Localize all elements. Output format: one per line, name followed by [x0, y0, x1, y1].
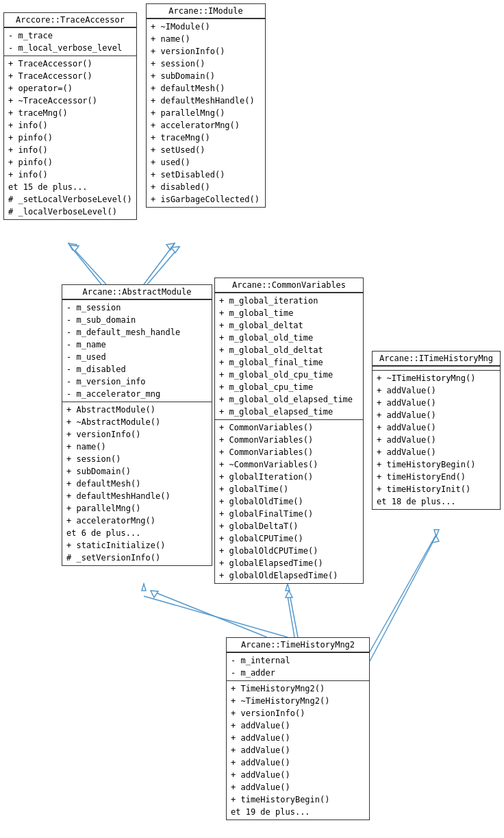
im-item-14: + disabled() — [151, 181, 261, 193]
cv-item-23: + globalOldElapsedTime() — [219, 569, 359, 582]
im-item-4: + session() — [151, 58, 261, 70]
cv-item-20: + globalCPUTime() — [219, 532, 359, 545]
time-history-mng2-title: Arcane::TimeHistoryMng2 — [227, 638, 369, 652]
am-item-5: - m_used — [66, 351, 207, 363]
am-item-7: - m_version_info — [66, 375, 207, 388]
svg-marker-16 — [151, 591, 158, 597]
ta-item-3: + TraceAccessor() — [8, 58, 132, 70]
cv-item-2: + m_global_time — [219, 307, 359, 319]
svg-line-17 — [289, 591, 298, 637]
cv-item-9: + m_global_old_elapsed_time — [219, 393, 359, 406]
ithm-item-4: + addValue() — [377, 409, 496, 421]
am-item-20: + staticInitialize() — [66, 539, 207, 552]
ta-item-10: + info() — [8, 144, 132, 156]
ithm-public: + ~ITimeHistoryMng() + addValue() + addV… — [373, 370, 500, 509]
cv-item-12: + CommonVariables() — [219, 434, 359, 446]
svg-marker-10 — [434, 530, 439, 537]
cv-item-14: + ~CommonVariables() — [219, 458, 359, 471]
imodule-public: + ~IModule() + name() + versionInfo() + … — [147, 19, 265, 207]
ithm-item-1: + ~ITimeHistoryMng() — [377, 372, 496, 384]
ta-item-5: + operator=() — [8, 82, 132, 95]
thm2-item-9: + addValue() — [231, 756, 365, 769]
im-item-12: + used() — [151, 156, 261, 169]
thm2-item-8: + addValue() — [231, 744, 365, 756]
imodule-box: Arcane::IModule + ~IModule() + name() + … — [146, 3, 266, 208]
im-item-7: + defaultMeshHandle() — [151, 95, 261, 107]
ta-item-8: + info() — [8, 119, 132, 132]
am-item-15: + defaultMesh() — [66, 478, 207, 490]
cv-item-3: + m_global_deltat — [219, 319, 359, 332]
abstract-module-box: Arcane::AbstractModule - m_session - m_s… — [62, 284, 212, 566]
svg-marker-14 — [171, 247, 179, 253]
im-item-11: + setUsed() — [151, 144, 261, 156]
am-item-10: + ~AbstractModule() — [66, 416, 207, 428]
cv-item-8: + m_global_cpu_time — [219, 381, 359, 393]
am-item-2: - m_sub_domain — [66, 314, 207, 326]
im-item-3: + versionInfo() — [151, 45, 261, 58]
thm2-private: - m_internal - m_adder — [227, 652, 369, 680]
svg-line-2 — [144, 243, 175, 284]
svg-marker-1 — [68, 243, 77, 250]
ithm-item-6: + addValue() — [377, 434, 496, 446]
am-item-17: + parallelMng() — [66, 502, 207, 515]
trace-accessor-title: Arccore::TraceAccessor — [4, 13, 136, 27]
im-item-5: + subDomain() — [151, 70, 261, 82]
am-item-9: + AbstractModule() — [66, 404, 207, 416]
cv-item-10: + m_global_elapsed_time — [219, 406, 359, 418]
thm2-item-7: + addValue() — [231, 732, 365, 744]
svg-line-11 — [70, 245, 101, 284]
ta-item-4: + TraceAccessor() — [8, 70, 132, 82]
trace-accessor-private: - m_trace - m_local_verbose_level — [4, 27, 136, 56]
ta-item-11: + pinfo() — [8, 156, 132, 169]
cv-item-13: + CommonVariables() — [219, 446, 359, 458]
thm2-item-11: + addValue() — [231, 781, 365, 793]
common-variables-box: Arcane::CommonVariables + m_global_itera… — [214, 278, 364, 584]
am-item-1: - m_session — [66, 301, 207, 314]
am-item-14: + subDomain() — [66, 465, 207, 478]
cv-item-4: + m_global_old_time — [219, 332, 359, 344]
svg-marker-20 — [432, 536, 439, 543]
am-public: + AbstractModule() + ~AbstractModule() +… — [62, 402, 212, 565]
svg-line-19 — [370, 536, 436, 661]
thm2-item-5: + versionInfo() — [231, 707, 365, 719]
thm2-item-2: - m_adder — [231, 667, 365, 679]
ta-item-14: # _setLocalVerboseLevel() — [8, 193, 132, 206]
am-item-19: et 6 de plus... — [66, 527, 207, 539]
cv-members: + m_global_iteration + m_global_time + m… — [215, 293, 363, 419]
ta-item-12: + info() — [8, 169, 132, 181]
ithm-item-7: + addValue() — [377, 446, 496, 458]
ta-item-13: et 15 de plus... — [8, 181, 132, 193]
svg-marker-12 — [70, 245, 79, 251]
im-item-6: + defaultMesh() — [151, 82, 261, 95]
imodule-title: Arcane::IModule — [147, 4, 265, 19]
svg-line-9 — [366, 534, 436, 658]
cv-item-19: + globalDeltaT() — [219, 520, 359, 532]
itime-history-mng-title: Arcane::ITimeHistoryMng — [373, 352, 500, 366]
ithm-item-3: + addValue() — [377, 397, 496, 409]
common-variables-title: Arcane::CommonVariables — [215, 278, 363, 293]
im-item-9: + acceleratorMng() — [151, 119, 261, 132]
am-private: - m_session - m_sub_domain - m_default_m… — [62, 299, 212, 402]
am-item-16: + defaultMeshHandle() — [66, 490, 207, 502]
ithm-item-8: + timeHistoryBegin() — [377, 458, 496, 471]
thm2-item-4: + ~TimeHistoryMng2() — [231, 695, 365, 707]
cv-methods: + CommonVariables() + CommonVariables() … — [215, 419, 363, 583]
im-item-8: + parallelMng() — [151, 107, 261, 119]
ithm-item-2: + addValue() — [377, 384, 496, 397]
am-item-13: + session() — [66, 453, 207, 465]
ta-item-1: - m_trace — [8, 29, 132, 42]
cv-item-6: + m_global_final_time — [219, 356, 359, 369]
im-item-13: + setDisabled() — [151, 169, 261, 181]
svg-line-0 — [68, 243, 106, 284]
ithm-item-10: + timeHistoryInit() — [377, 483, 496, 495]
thm2-item-1: - m_internal — [231, 654, 365, 667]
cv-item-17: + globalOldTime() — [219, 495, 359, 508]
thm2-item-10: + addValue() — [231, 769, 365, 781]
cv-item-21: + globalOldCPUTime() — [219, 545, 359, 557]
cv-item-22: + globalElapsedTime() — [219, 557, 359, 569]
cv-item-7: + m_global_old_cpu_time — [219, 369, 359, 381]
am-item-8: - m_accelerator_mng — [66, 388, 207, 400]
am-item-12: + name() — [66, 441, 207, 453]
abstract-module-title: Arcane::AbstractModule — [62, 285, 212, 299]
am-item-4: - m_name — [66, 338, 207, 351]
